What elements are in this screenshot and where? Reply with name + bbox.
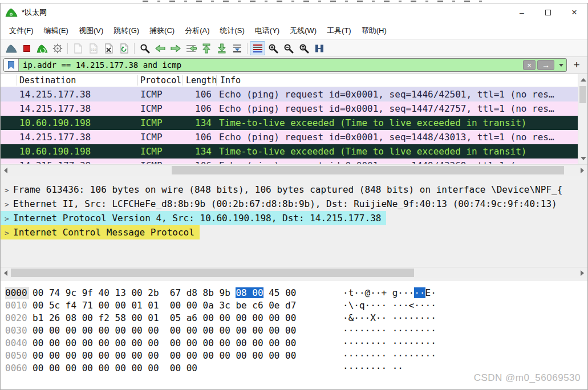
hex-ascii[interactable]: ········ ········ [343,350,436,362]
hex-bytes[interactable]: 00 74 9c 9f 40 13 00 2b 67 d8 8b 9b 08 0… [33,287,307,299]
detail-line[interactable]: >Frame 613436: 106 bytes on wire (848 bi… [1,182,587,197]
menu-item[interactable]: 无线(W) [285,23,322,38]
close-button[interactable]: × [561,3,587,22]
hex-ascii[interactable]: ········ ········ [343,324,436,337]
details-horizontal-scrollbar[interactable] [1,267,587,278]
go-to-packet-icon[interactable] [183,41,198,56]
go-first-icon[interactable] [198,41,214,56]
hex-bytes[interactable]: 00 00 00 00 00 00 00 00 00 00 00 00 00 0… [33,337,307,350]
hex-bytes[interactable]: 00 00 00 00 00 00 00 00 00 00 00 00 00 0… [33,350,307,362]
scroll-left-arrow-icon[interactable] [4,168,7,173]
expander-icon[interactable]: > [5,212,13,226]
scroll-right-arrow-icon[interactable] [581,168,584,173]
packet-list-horizontal-scrollbar[interactable] [1,164,587,176]
detail-line[interactable]: >Internet Control Message Protocol [1,225,587,239]
capture-options-icon[interactable] [50,41,65,56]
stop-capture-icon[interactable] [19,41,34,56]
scrollbar-thumb[interactable] [579,86,586,103]
packet-row[interactable]: 14.215.177.38ICMP106Echo (ping) request … [1,101,578,116]
detail-text: Ethernet II, Src: LCFCHeFe_d8:8b:9b (00:… [13,198,557,209]
menu-item[interactable]: 帮助(H) [356,23,392,38]
display-filter-input[interactable] [19,59,523,71]
menu-item[interactable]: 文件(F) [4,23,39,38]
column-header-info[interactable]: Info [220,75,241,86]
cell-protocol: ICMP [140,130,163,144]
scrollbar-thumb[interactable] [172,166,564,174]
minimize-button[interactable]: – [509,3,535,22]
hex-bytes[interactable]: b1 26 08 00 f2 58 00 01 05 a6 00 00 00 0… [33,312,307,324]
scroll-down-arrow-icon[interactable] [581,157,586,160]
bookmark-icon [8,61,14,70]
packet-row[interactable]: 10.60.190.198ICMP134Time-to-live exceede… [1,116,578,130]
filter-bookmark-button[interactable] [4,59,19,71]
packet-list-vertical-scrollbar[interactable] [578,74,587,164]
scroll-left-arrow-icon[interactable] [4,270,7,276]
menu-item[interactable]: 跳转(G) [108,23,144,38]
display-filter-field[interactable]: × → [3,58,567,72]
save-file-icon[interactable]: 010 [86,41,101,56]
expander-icon[interactable]: > [5,226,13,240]
packet-row[interactable]: 10.60.190.198ICMP134Time-to-live exceede… [1,144,578,159]
expander-icon[interactable]: > [5,197,13,212]
go-back-icon[interactable] [152,41,168,56]
expander-icon[interactable]: > [5,183,13,197]
colorize-packet-list-icon[interactable] [250,41,265,55]
hex-ascii[interactable]: ········ ········ [343,337,436,350]
zoom-out-icon[interactable] [281,41,296,56]
filter-apply-button[interactable]: → [537,60,554,70]
close-file-icon[interactable] [101,41,116,56]
menu-item[interactable]: 电话(Y) [250,23,285,38]
find-packet-icon[interactable] [137,41,152,56]
reload-file-icon[interactable] [116,41,132,56]
column-header-destination[interactable]: Destination [19,75,76,86]
hex-row[interactable]: 001000 5c f4 71 00 00 01 01 00 00 0a 3c … [1,299,587,312]
detail-line[interactable]: >Ethernet II, Src: LCFCHeFe_d8:8b:9b (00… [1,197,587,211]
auto-scroll-icon[interactable] [229,41,245,56]
column-header-protocol[interactable]: Protocol [140,75,181,86]
hex-ascii[interactable]: ·t··@··+ g·····E· [343,287,436,299]
packet-row[interactable]: 14.215.177.38ICMP106Echo (ping) request … [1,87,578,101]
filter-bar: × → + [1,57,587,74]
title-bar[interactable]: *以太网 – × [1,3,587,22]
menu-item[interactable]: 工具(T) [322,23,356,38]
hex-row[interactable]: 000000 74 9c 9f 40 13 00 2b 67 d8 8b 9b … [1,287,587,299]
menu-item[interactable]: 统计(S) [214,23,249,38]
start-capture-icon[interactable] [3,41,19,56]
maximize-button[interactable] [535,3,561,22]
scrollbar-thumb[interactable] [11,269,414,277]
go-last-icon[interactable] [214,41,229,56]
zoom-100-icon[interactable] [296,41,311,56]
pane-splitter[interactable] [1,176,587,180]
hex-row[interactable]: 004000 00 00 00 00 00 00 00 00 00 00 00 … [1,337,587,350]
hex-bytes[interactable]: 00 5c f4 71 00 00 01 01 00 00 0a 3c be c… [33,299,307,312]
menu-item[interactable]: 分析(A) [180,23,214,38]
hex-offset: 0040 [5,337,29,350]
scroll-right-arrow-icon[interactable] [581,270,584,276]
menu-item[interactable]: 捕获(C) [144,23,180,38]
filter-clear-button[interactable]: × [523,60,536,70]
hex-bytes[interactable]: 00 00 00 00 00 00 00 00 00 00 00 00 00 0… [33,324,307,337]
menu-item[interactable]: 编辑(E) [39,23,74,38]
resize-columns-icon[interactable] [311,41,327,56]
hex-row[interactable]: 0020b1 26 08 00 f2 58 00 01 05 a6 00 00 … [1,312,587,324]
column-header-length[interactable]: Length [186,75,217,86]
open-file-icon[interactable] [70,41,86,56]
scroll-up-arrow-icon[interactable] [581,78,586,82]
hex-ascii[interactable]: ·\·q···· ···<···· [343,299,436,312]
cell-protocol: ICMP [140,101,163,116]
detail-line[interactable]: >Internet Protocol Version 4, Src: 10.60… [1,211,587,225]
add-filter-button-plus[interactable]: + [569,58,585,72]
hex-bytes[interactable]: 00 00 00 00 00 00 00 00 00 00 [33,362,307,375]
hex-ascii[interactable]: ·&···X·· ········ [343,312,436,324]
menu-item[interactable]: 视图(V) [74,23,108,38]
filter-dropdown-button[interactable] [556,59,566,71]
restart-capture-icon[interactable] [34,41,50,56]
zoom-in-icon[interactable] [265,41,281,56]
packet-row[interactable]: 14.215.177.38ICMP106Echo (ping) request … [1,130,578,144]
go-forward-icon[interactable] [168,41,183,56]
hex-row[interactable]: 005000 00 00 00 00 00 00 00 00 00 00 00 … [1,350,587,362]
ascii-segment: E· [425,287,436,298]
hex-row[interactable]: 003000 00 00 00 00 00 00 00 00 00 00 00 … [1,324,587,337]
hex-ascii[interactable]: ········ ·· [343,362,403,375]
packet-row[interactable]: 14.215.177.38ICMP106Echo (ping) request … [1,159,578,164]
